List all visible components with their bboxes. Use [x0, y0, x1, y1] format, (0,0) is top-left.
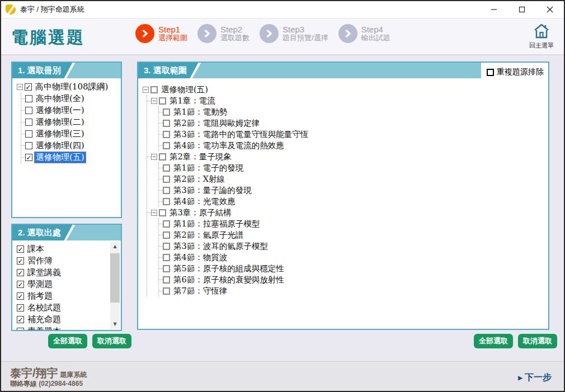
checkbox[interactable]: ✓: [17, 245, 24, 253]
list-item[interactable]: ✓課本: [17, 243, 109, 255]
source-item-label[interactable]: 名校試題: [26, 303, 62, 313]
tree-row-section[interactable]: 第4節：電功率及電流的熱效應: [159, 140, 546, 151]
section-label[interactable]: 第3節：量子論的發現: [172, 185, 253, 196]
collapse-icon[interactable]: −: [151, 98, 157, 104]
section-label[interactable]: 第2節：氫原子光譜: [172, 230, 244, 240]
list-item[interactable]: ✓學測題: [17, 278, 109, 290]
collapse-icon[interactable]: −: [143, 87, 149, 93]
checkbox[interactable]: [163, 287, 170, 295]
section-label[interactable]: 第1節：電子的發現: [172, 163, 244, 173]
sources-deselect-all-button[interactable]: 取消選取: [92, 334, 131, 348]
checkbox[interactable]: [159, 153, 166, 160]
checkbox[interactable]: ✓: [25, 83, 32, 91]
list-item[interactable]: ✓素養題本: [17, 325, 109, 330]
tree-row-section[interactable]: 第4節：光電效應: [159, 196, 546, 207]
chapter-label[interactable]: 第3章：原子結構: [168, 207, 233, 218]
section-label[interactable]: 第2節：電阻與歐姆定律: [172, 118, 261, 129]
range-deselect-all-button[interactable]: 取消選取: [518, 334, 557, 348]
tree-row[interactable]: ✓選修物理(五): [21, 152, 119, 163]
checkbox[interactable]: ✓: [17, 281, 24, 288]
section-label[interactable]: 第5節：原子核的組成與穩定性: [172, 263, 285, 274]
collapse-icon[interactable]: −: [151, 210, 157, 216]
scroll-down-arrow[interactable]: ▼: [110, 319, 120, 329]
list-item[interactable]: ✓習作簿: [17, 255, 109, 267]
checkbox[interactable]: [163, 187, 170, 194]
tree-row-chapter[interactable]: −第1章：電流: [147, 95, 546, 106]
checkbox[interactable]: [163, 164, 170, 172]
list-item[interactable]: ✓名校試題: [17, 302, 109, 314]
range-root-label[interactable]: 選修物理(五): [160, 84, 209, 95]
tree-row-section[interactable]: 第3節：電路中的電量守恆與能量守恆: [159, 129, 546, 140]
sources-select-all-button[interactable]: 全部選取: [48, 334, 87, 348]
collapse-icon[interactable]: −: [17, 84, 23, 90]
source-item-label[interactable]: 補充命題: [26, 314, 62, 325]
checkbox[interactable]: [159, 209, 166, 216]
tree-row-section[interactable]: 第2節：電阻與歐姆定律: [159, 117, 546, 129]
source-item-label[interactable]: 習作簿: [26, 256, 54, 266]
source-item-label[interactable]: 課堂講義: [26, 267, 62, 278]
checkbox[interactable]: [163, 276, 170, 284]
checkbox[interactable]: ✓: [25, 154, 32, 161]
checkbox[interactable]: [163, 198, 170, 205]
home-button[interactable]: 回主選單: [526, 23, 557, 50]
tree-row-chapter[interactable]: −第3章：原子結構: [147, 207, 546, 218]
checkbox[interactable]: ✓: [17, 257, 24, 265]
volume-item-label[interactable]: 選修物理(一): [35, 105, 86, 116]
chapter-label[interactable]: 第2章：量子現象: [168, 152, 233, 162]
checkbox[interactable]: [163, 131, 170, 138]
tree-row[interactable]: 選修物理(二): [21, 116, 119, 128]
list-item[interactable]: ✓補充命題: [17, 314, 109, 325]
volume-item-label[interactable]: 高中物理(全): [35, 93, 86, 104]
tree-row-section[interactable]: 第5節：原子核的組成與穩定性: [159, 263, 546, 274]
checkbox[interactable]: ✓: [17, 269, 24, 276]
section-label[interactable]: 第4節：物質波: [172, 252, 228, 263]
tree-row-root[interactable]: −✓高中物理(108課綱): [17, 81, 119, 93]
list-item[interactable]: ✓指考題: [17, 290, 109, 302]
checkbox[interactable]: [25, 142, 32, 149]
tree-row-section[interactable]: 第1節：拉塞福原子模型: [159, 218, 546, 229]
volume-item-label[interactable]: 選修物理(四): [35, 140, 86, 151]
duplicate-filter-checkbox[interactable]: [487, 69, 494, 76]
checkbox[interactable]: [150, 86, 158, 93]
list-item[interactable]: ✓課堂講義: [17, 267, 109, 278]
maximize-button[interactable]: [508, 1, 536, 18]
next-step-button[interactable]: ▶ 下一步: [518, 372, 552, 384]
step-1[interactable]: Step1 選擇範圍: [135, 24, 187, 43]
close-button[interactable]: [536, 1, 564, 18]
scrollbar-thumb[interactable]: [110, 253, 120, 303]
section-label[interactable]: 第4節：電功率及電流的熱效應: [172, 140, 285, 151]
step-2[interactable]: Step2 選取題數: [197, 24, 249, 43]
checkbox[interactable]: [25, 119, 32, 126]
checkbox[interactable]: [25, 95, 32, 102]
checkbox[interactable]: ✓: [17, 328, 24, 330]
section-label[interactable]: 第1節：電動勢: [172, 107, 228, 117]
collapse-icon[interactable]: −: [151, 154, 157, 160]
tree-row-root[interactable]: −選修物理(五): [143, 84, 546, 95]
checkbox[interactable]: ✓: [17, 316, 24, 323]
tree-row-section[interactable]: 第2節：氫原子光譜: [159, 229, 546, 240]
checkbox[interactable]: [163, 108, 170, 116]
tree-row-section[interactable]: 第1節：電子的發現: [159, 162, 546, 173]
minimize-button[interactable]: [480, 1, 508, 18]
source-item-label[interactable]: 課本: [26, 244, 45, 254]
tree-row-section[interactable]: 第1節：電動勢: [159, 106, 546, 117]
tree-row[interactable]: 選修物理(一): [21, 105, 119, 116]
source-item-label[interactable]: 學測題: [26, 279, 54, 290]
checkbox[interactable]: [163, 142, 170, 149]
checkbox[interactable]: [163, 254, 170, 261]
step-3[interactable]: Step3 題目預覽/選擇: [260, 24, 328, 43]
checkbox[interactable]: [163, 120, 170, 127]
volume-item-label[interactable]: 選修物理(二): [35, 117, 86, 127]
section-label[interactable]: 第3節：電路中的電量守恆與能量守恆: [172, 129, 309, 140]
checkbox[interactable]: ✓: [17, 292, 24, 300]
section-label[interactable]: 第3節：波耳的氫原子模型: [172, 241, 269, 252]
tree-row-section[interactable]: 第4節：物質波: [159, 252, 546, 263]
volume-item-label[interactable]: 選修物理(五): [35, 152, 86, 163]
checkbox[interactable]: ✓: [17, 304, 24, 311]
checkbox[interactable]: [163, 220, 170, 228]
step-4[interactable]: Step4 輸出試題: [338, 24, 390, 43]
chapter-label[interactable]: 第1章：電流: [168, 96, 216, 106]
scrollbar-track[interactable]: [110, 251, 120, 319]
checkbox[interactable]: [159, 97, 166, 105]
tree-row-section[interactable]: 第3節：量子論的發現: [159, 185, 546, 196]
